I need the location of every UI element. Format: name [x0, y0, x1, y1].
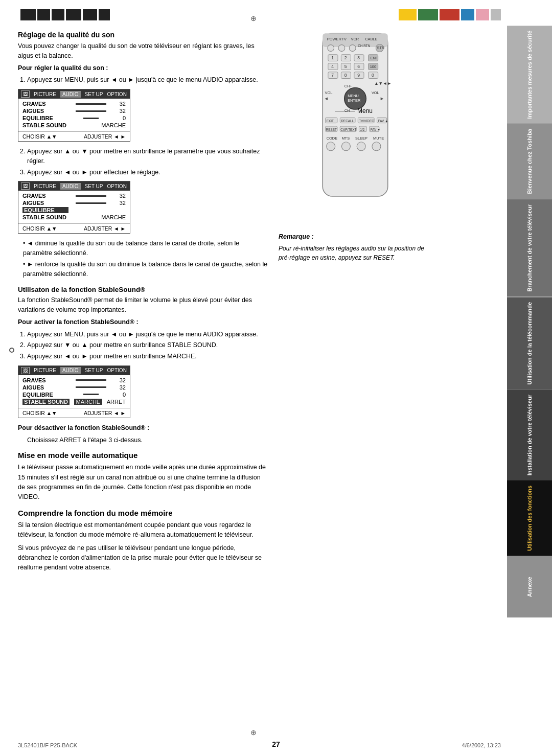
menu-header-1: 🖼 PICTURE AUDIO SET UP OPTION	[18, 89, 130, 99]
deactivate-text: Choisissez ARRET à l'étape 3 ci-dessus.	[27, 436, 268, 445]
menu-body-1: GRAVES 32 AIGUES 32 EQUILIBRE 0	[18, 99, 130, 131]
step1-1: Appuyez sur MENU, puis sur ◄ ou ► jusqu'…	[27, 75, 268, 85]
strip-red	[440, 9, 459, 20]
menu-header-3: 🖼 PICTURE AUDIO SET UP OPTION	[18, 366, 130, 375]
svg-text:CH RTN: CH RTN	[358, 44, 370, 48]
svg-text:VCR: VCR	[351, 37, 359, 41]
svg-text:CABLE: CABLE	[365, 37, 377, 41]
svg-text:POWER: POWER	[327, 37, 342, 41]
svg-text:100: 100	[370, 64, 376, 69]
remote-svg: POWER TV VCR CABLE CH RTN STR 1	[309, 31, 401, 204]
strip1	[20, 9, 36, 20]
footer-left: 3L52401B/F P25-BACK	[18, 742, 77, 748]
strip4	[66, 9, 81, 20]
sidebar-tabs: Importantes mesures de sécurité Bienvenu…	[507, 26, 552, 617]
tab-branchement[interactable]: Branchement de votre téléviseur	[507, 199, 552, 297]
svg-text:RECALL: RECALL	[341, 119, 354, 123]
step2-2: Appuyez sur ▼ ou ▲ pour mettre en surbri…	[27, 340, 268, 350]
left-circle	[9, 348, 14, 353]
svg-point-6	[328, 45, 334, 52]
note-box: Remarque : Pour ré-initialiser les régla…	[279, 232, 432, 262]
section2-intro: La fonction StableSound® permet de limit…	[18, 295, 268, 315]
svg-point-69	[341, 142, 350, 151]
strip6	[99, 9, 110, 20]
menu-box-1: 🖼 PICTURE AUDIO SET UP OPTION GRAVES 32	[18, 89, 130, 142]
section1-steps: Appuyez sur MENU, puis sur ◄ ou ► jusqu'…	[27, 75, 268, 85]
section1-steps-2: Appuyez sur ▲ ou ▼ pour mettre en surbri…	[27, 147, 268, 177]
svg-point-71	[372, 142, 381, 151]
row-graves-2: GRAVES 32	[22, 193, 126, 199]
section4-text1: Si la tension électrique est momentanéme…	[18, 520, 268, 540]
step2-3: Appuyez sur ◄ ou ► pour mettre en surbri…	[27, 352, 268, 361]
strip-gray	[491, 9, 501, 20]
row-stable-3-highlight: STABLE SOUND MARCHE ARRET	[22, 399, 126, 405]
row-equilibre-2-highlight: EQUILIBRE 0	[22, 207, 126, 213]
svg-text:3: 3	[357, 55, 360, 60]
svg-text:▲▼◄►: ▲▼◄►	[374, 81, 392, 86]
remote-container: POWER TV VCR CABLE CH RTN STR 1	[279, 31, 432, 204]
section-stablesound: Utilisaton de la fonction StableSound® L…	[18, 286, 268, 445]
page-footer: 3L52401B/F P25-BACK 4/6/2002, 13:23	[18, 742, 501, 748]
section1-label: Pour régler la qualité du son :	[18, 63, 268, 73]
svg-text:CAP/TEXT: CAP/TEXT	[340, 128, 356, 131]
svg-text:ENTER: ENTER	[348, 98, 361, 103]
menu-footer-3: CHOISIR ▲▼ ADJUSTER ◄ ►	[18, 408, 130, 418]
crosshair-top	[250, 14, 258, 21]
step1-2: Appuyez sur ▲ ou ▼ pour mettre en surbri…	[27, 147, 268, 166]
svg-text:TV: TV	[341, 37, 347, 41]
top-bar-right	[399, 9, 501, 20]
svg-text:VOL: VOL	[325, 90, 333, 95]
section3-text: Le téléviseur passe automatiquement en m…	[18, 463, 268, 502]
tab-utilisation-tele[interactable]: Utilisation de la télécommande	[507, 297, 552, 390]
strip-green	[418, 9, 438, 20]
row-aigues-3: AIGUES 32	[22, 384, 126, 391]
tab-bienvenue[interactable]: Bienvenue chez Toshiba	[507, 124, 552, 199]
row-graves-1: GRAVES 32	[22, 101, 126, 107]
svg-text:1: 1	[331, 55, 334, 60]
right-column: POWER TV VCR CABLE CH RTN STR 1	[279, 31, 432, 576]
svg-text:FAV ▲: FAV ▲	[378, 119, 388, 123]
svg-text:0: 0	[372, 73, 374, 78]
svg-point-68	[327, 142, 335, 151]
svg-text:►: ►	[380, 96, 384, 101]
strip-blue	[461, 9, 474, 20]
menu-body-3: GRAVES 32 AIGUES 32 EQUILIBRE 0	[18, 375, 130, 408]
menu-box-3: 🖼 PICTURE AUDIO SET UP OPTION GRAVES 32	[18, 365, 130, 418]
svg-text:▲: ▲	[354, 86, 358, 91]
svg-text:SLEEP: SLEEP	[355, 136, 367, 141]
svg-text:MTS: MTS	[341, 136, 350, 141]
svg-text:9: 9	[357, 73, 360, 78]
svg-text:1/2: 1/2	[360, 128, 365, 131]
svg-text:MENU: MENU	[348, 94, 359, 98]
svg-text:4: 4	[331, 64, 334, 69]
svg-text:CODE: CODE	[327, 136, 337, 141]
row-graves-3: GRAVES 32	[22, 377, 126, 383]
tab-installation[interactable]: Installation de votre téléviseur	[507, 390, 552, 480]
svg-point-7	[338, 45, 345, 52]
page-number: 27	[272, 740, 280, 748]
row-stable-1: STABLE SOUND MARCHE	[22, 122, 126, 128]
svg-text:6: 6	[357, 64, 360, 69]
section3-title: Mise en mode veille automatique	[18, 451, 268, 460]
svg-text:7: 7	[331, 73, 334, 78]
left-column: Réglage de la qualité du son Vous pouvez…	[18, 31, 268, 576]
menu-label: Menu	[357, 107, 373, 114]
svg-text:MUTE: MUTE	[373, 136, 384, 141]
tab-utilisation-fonctions[interactable]: Utilisation des fonctions	[507, 480, 552, 556]
svg-point-70	[357, 142, 365, 151]
strip5	[83, 9, 97, 20]
section4-text2: Si vous prévoyez de ne pas utiliser le t…	[18, 543, 268, 573]
strip-yellow	[399, 9, 417, 20]
main-content: Réglage de la qualité du son Vous pouvez…	[18, 31, 501, 736]
svg-text:ENT: ENT	[371, 56, 378, 60]
menu-body-2: GRAVES 32 AIGUES 32 EQUILIBRE 0	[18, 191, 130, 223]
section-veille: Mise en mode veille automatique Le télév…	[18, 451, 268, 502]
svg-text:EXIT: EXIT	[327, 119, 334, 123]
section1-intro: Vous pouvez changer la qualité du son de…	[18, 41, 268, 61]
svg-text:TV/VIDEO: TV/VIDEO	[359, 119, 374, 123]
tab-importantes[interactable]: Importantes mesures de sécurité	[507, 26, 552, 124]
menu-box-2: 🖼 PICTURE AUDIO SET UP OPTION GRAVES 32	[18, 181, 130, 234]
row-stable-2: STABLE SOUND MARCHE	[22, 214, 126, 220]
strip2	[37, 9, 50, 20]
tab-annexe[interactable]: Annexe	[507, 556, 552, 617]
